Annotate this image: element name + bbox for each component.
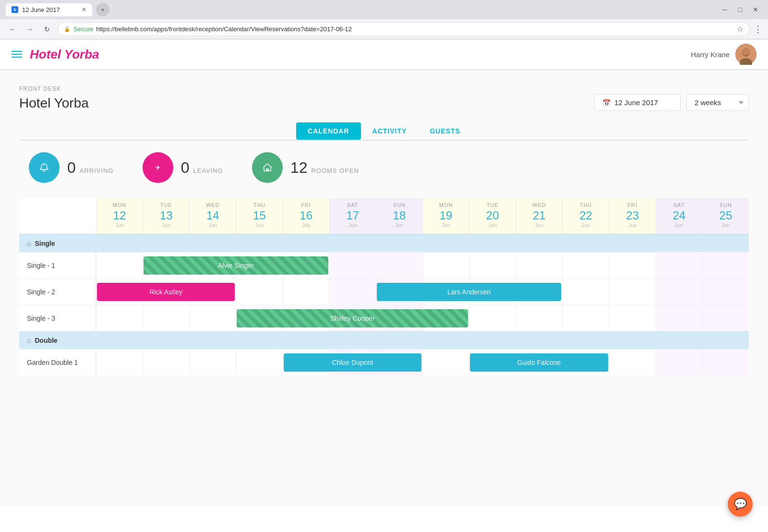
- room-day-cell[interactable]: [469, 253, 516, 278]
- leaving-label: LEAVING: [193, 167, 223, 174]
- room-day-cell[interactable]: [516, 253, 562, 278]
- day-month: Jun: [98, 222, 141, 228]
- room-day-cell[interactable]: [189, 305, 236, 331]
- room-day-cell[interactable]: [702, 350, 749, 375]
- secure-label: Secure: [73, 25, 93, 33]
- new-tab-button[interactable]: +: [96, 3, 109, 16]
- room-day-cell[interactable]: [422, 253, 469, 278]
- room-type-header-1: ⌂ Double: [19, 331, 749, 349]
- day-month: Jun: [285, 222, 327, 228]
- tab-guests[interactable]: GUESTS: [418, 122, 472, 140]
- tab-calendar[interactable]: CALENDAR: [296, 122, 361, 140]
- page-title: Hotel Yorba: [19, 96, 594, 111]
- room-day-cell[interactable]: [656, 253, 702, 278]
- calendar-header-empty: [19, 198, 96, 234]
- cal-day-header-12: SAT 24 Jun: [656, 198, 702, 234]
- room-day-cell[interactable]: [609, 305, 656, 331]
- room-row: Single - 2Rick AstleyLars Andersen: [19, 278, 749, 305]
- room-type-label: ⌂ Double: [19, 332, 749, 349]
- day-month: Jun: [564, 222, 607, 228]
- booking-bar[interactable]: Rick Astley: [97, 283, 235, 301]
- booking-bar[interactable]: Alvie Singer: [144, 256, 328, 275]
- booking-bar[interactable]: Shirley Cooper: [237, 309, 468, 327]
- room-day-cell[interactable]: [376, 253, 422, 278]
- tab-activity[interactable]: ACTIVITY: [361, 122, 419, 140]
- room-day-cell[interactable]: [96, 305, 143, 331]
- tab-close-button[interactable]: ✕: [82, 6, 86, 13]
- forward-button[interactable]: →: [23, 23, 36, 36]
- day-month: Jun: [705, 222, 747, 228]
- room-day-cell[interactable]: [656, 350, 702, 375]
- day-month: Jun: [145, 222, 187, 228]
- page-title-row: Hotel Yorba 📅 12 June 2017 1 week 2 week…: [19, 94, 749, 111]
- room-day-cell[interactable]: [143, 350, 189, 375]
- room-day-cell[interactable]: [283, 279, 329, 305]
- room-day-cell[interactable]: [189, 350, 236, 375]
- room-day-cell[interactable]: [609, 350, 656, 375]
- room-day-cell[interactable]: [329, 279, 376, 305]
- room-day-cell[interactable]: [516, 305, 562, 331]
- room-day-cell[interactable]: [562, 279, 609, 305]
- room-day-cell[interactable]: [562, 253, 609, 278]
- day-number: 21: [518, 210, 560, 221]
- maximize-button[interactable]: □: [733, 3, 747, 16]
- day-number: 18: [378, 210, 420, 221]
- day-number: 19: [425, 210, 467, 221]
- room-type-header-0: ⌂ Single: [19, 234, 749, 252]
- booking-bar[interactable]: Lars Andersen: [377, 283, 562, 301]
- room-day-cell[interactable]: [143, 305, 189, 331]
- room-cells-wrapper: Alvie Singer: [96, 253, 749, 278]
- stat-arriving-text: 0 ARRIVING: [67, 159, 114, 177]
- room-day-cell[interactable]: [609, 253, 656, 278]
- day-name: WED: [518, 202, 560, 208]
- room-day-cell[interactable]: [702, 305, 749, 331]
- close-button[interactable]: ✕: [749, 3, 762, 16]
- room-day-cell[interactable]: [469, 305, 516, 331]
- date-picker-button[interactable]: 📅 12 June 2017: [594, 94, 681, 111]
- cal-day-header-10: THU 22 Jun: [562, 198, 609, 234]
- room-day-cell[interactable]: [236, 279, 282, 305]
- day-month: Jun: [378, 222, 420, 228]
- room-day-cell[interactable]: [656, 305, 702, 331]
- day-number: 17: [332, 210, 374, 221]
- day-name: SAT: [658, 202, 700, 208]
- room-day-cell[interactable]: [236, 350, 282, 375]
- room-day-cell[interactable]: [702, 279, 749, 305]
- url-bar[interactable]: 🔒 Secure https://bellebnb.com/apps/front…: [58, 22, 750, 36]
- hamburger-menu[interactable]: [12, 51, 22, 58]
- room-day-cell[interactable]: [96, 350, 143, 375]
- room-row: Single - 3Shirley Cooper: [19, 305, 749, 331]
- arriving-icon-circle: [29, 152, 60, 183]
- tab-title: 12 June 2017: [22, 6, 60, 13]
- page-controls: 📅 12 June 2017 1 week 2 weeks 4 weeks: [594, 94, 749, 111]
- room-day-cell[interactable]: [702, 253, 749, 278]
- browser-tab[interactable]: b 12 June 2017 ✕: [6, 3, 92, 16]
- browser-titlebar: b 12 June 2017 ✕ + ─ □ ✕: [0, 0, 768, 19]
- reload-button[interactable]: ↻: [40, 23, 54, 36]
- back-button[interactable]: ←: [6, 23, 19, 36]
- calendar-icon: 📅: [602, 99, 611, 107]
- user-name: Harry Krane: [691, 50, 730, 59]
- room-day-cell[interactable]: [422, 350, 469, 375]
- room-day-cell[interactable]: [609, 279, 656, 305]
- booking-bar[interactable]: Guido Falcone: [470, 353, 608, 372]
- cal-day-header-6: SUN 18 Jun: [376, 198, 422, 234]
- avatar[interactable]: [735, 44, 756, 65]
- svg-point-4: [37, 160, 51, 175]
- svg-point-6: [44, 164, 45, 165]
- room-cells-wrapper: Rick AstleyLars Andersen: [96, 279, 749, 305]
- room-day-cell[interactable]: [96, 253, 143, 278]
- room-day-cell[interactable]: [329, 253, 376, 278]
- browser-menu-icon[interactable]: ⋮: [754, 24, 762, 35]
- room-day-cell[interactable]: [656, 279, 702, 305]
- browser-chrome: b 12 June 2017 ✕ + ─ □ ✕ ← → ↻ 🔒 Secure …: [0, 0, 768, 39]
- duration-select[interactable]: 1 week 2 weeks 4 weeks: [686, 94, 749, 111]
- header-right: Harry Krane: [691, 44, 756, 65]
- bookmark-icon[interactable]: ☆: [737, 24, 744, 34]
- booking-bar[interactable]: Chloe Dupont: [284, 353, 421, 372]
- room-day-cell[interactable]: [562, 305, 609, 331]
- url-text: https://bellebnb.com/apps/frontdesk/rece…: [96, 25, 352, 33]
- lock-icon: 🔒: [64, 26, 71, 32]
- rooms-open-icon-circle: [252, 152, 283, 183]
- minimize-button[interactable]: ─: [718, 3, 732, 16]
